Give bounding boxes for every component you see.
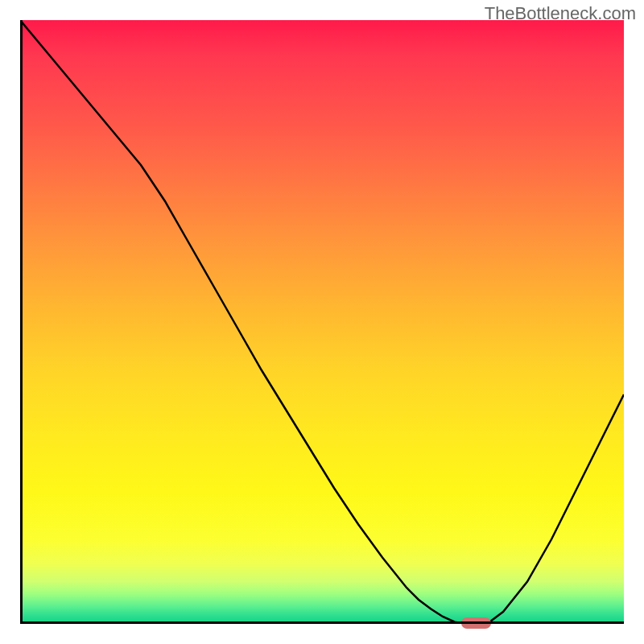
bottleneck-chart: TheBottleneck.com (0, 0, 644, 644)
bottleneck-curve-path (20, 20, 624, 624)
optimal-marker (461, 617, 492, 629)
curve-svg (20, 20, 624, 624)
plot-area (20, 20, 624, 624)
watermark-text: TheBottleneck.com (485, 3, 636, 24)
